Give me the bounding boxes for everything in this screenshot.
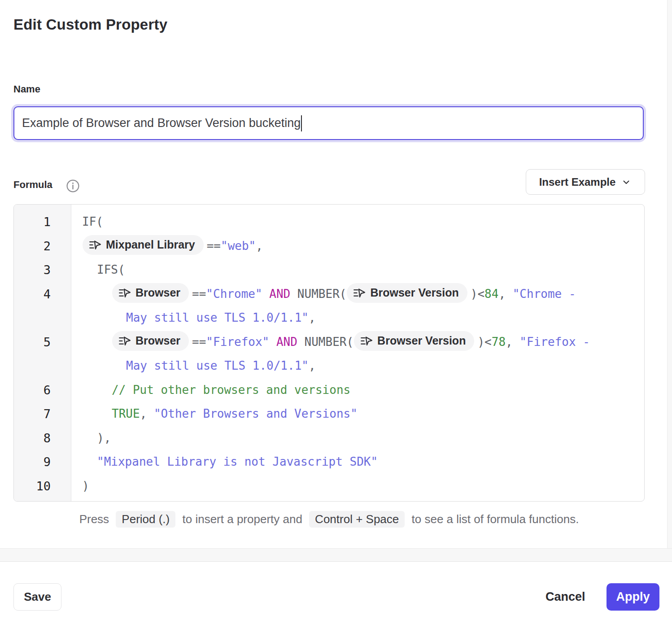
code-token: 78 [492, 335, 506, 349]
code-token [269, 335, 276, 349]
code-token: IFS( [97, 263, 125, 276]
insert-example-button[interactable]: Insert Example [526, 169, 645, 195]
code-token: , [309, 359, 316, 372]
name-input-value: Example of Browser and Browser Version b… [22, 116, 301, 130]
property-chip[interactable]: Mixpanel Library [83, 235, 204, 255]
formula-hint: Press Period (.) to insert a property an… [13, 511, 645, 528]
property-chip-label: Browser [135, 329, 180, 353]
line-content[interactable]: "Mixpanel Library is not Javascript SDK" [71, 450, 644, 474]
formula-editor[interactable]: 1IF(2Mixpanel Library=="web",3IFS(4Brows… [13, 204, 645, 502]
line-content[interactable]: Browser=="Chrome" AND NUMBER(Browser Ver… [71, 282, 644, 330]
code-token: , [309, 311, 316, 324]
line-number: 2 [14, 234, 71, 258]
vertical-scrollbar-track[interactable] [667, 0, 672, 562]
property-chip[interactable]: Browser [112, 331, 189, 351]
line-content[interactable]: TRUE, "Other Browsers and Versions" [71, 402, 644, 426]
code-token: // Put other browsers and versions [112, 383, 350, 397]
code-token: IF( [82, 215, 103, 228]
code-token: "Mixpanel Library is not Javascript SDK" [97, 455, 378, 468]
event-property-icon [118, 335, 131, 347]
line-content[interactable]: ), [71, 426, 644, 450]
line-number: 8 [14, 426, 71, 450]
formula-line: 10) [14, 474, 644, 498]
code-token: "Other Browsers and Versions" [154, 407, 358, 420]
event-property-icon [360, 335, 372, 347]
keyboard-shortcut-period: Period (.) [116, 511, 175, 528]
event-property-icon [118, 287, 131, 299]
formula-line: 4Browser=="Chrome" AND NUMBER(Browser Ve… [14, 282, 644, 330]
line-number: 3 [14, 258, 71, 282]
name-input[interactable]: Example of Browser and Browser Version b… [13, 106, 644, 140]
code-token: , [256, 239, 263, 253]
line-number: 6 [14, 378, 71, 402]
code-token: , [498, 287, 512, 301]
line-number: 4 [14, 282, 71, 306]
apply-button[interactable]: Apply [607, 583, 659, 611]
formula-line: 8), [14, 426, 644, 450]
code-token: == [192, 335, 206, 349]
code-token: NUMBER( [297, 335, 353, 349]
line-content[interactable]: // Put other browsers and versions [71, 378, 644, 402]
hint-text: to see a list of formula functions. [412, 512, 579, 526]
code-token: == [207, 239, 221, 253]
keyboard-shortcut-ctrl-space: Control + Space [309, 511, 405, 528]
code-token: TRUE [112, 407, 140, 420]
formula-line: 7TRUE, "Other Browsers and Versions" [14, 402, 644, 426]
info-icon[interactable] [66, 179, 80, 193]
formula-label: Formula [13, 179, 52, 191]
code-token: 84 [484, 287, 498, 301]
formula-line: 2Mixpanel Library=="web", [14, 234, 644, 258]
line-number: 7 [14, 402, 71, 426]
event-property-icon [353, 287, 365, 299]
code-token: , [140, 407, 154, 420]
property-chip-label: Browser Version [377, 329, 466, 353]
formula-line: 3IFS( [14, 258, 644, 282]
code-token: May still use TLS 1.0/1.1" [126, 311, 309, 324]
save-button[interactable]: Save [13, 583, 61, 611]
formula-line: 6// Put other browsers and versions [14, 378, 644, 402]
chevron-down-icon [621, 177, 632, 188]
code-token: ) [82, 479, 89, 493]
code-token: AND [276, 335, 297, 349]
line-content[interactable]: IFS( [71, 258, 644, 282]
property-chip-label: Browser Version [370, 281, 458, 305]
line-content[interactable]: Browser=="Firefox" AND NUMBER(Browser Ve… [71, 330, 644, 378]
name-label: Name [13, 83, 40, 95]
code-token: May still use TLS 1.0/1.1" [126, 359, 309, 372]
code-token: "Chrome" [206, 287, 262, 301]
formula-line: 9"Mixpanel Library is not Javascript SDK… [14, 450, 644, 474]
line-number: 10 [14, 474, 71, 498]
code-token: , [506, 335, 519, 349]
property-chip-label: Browser [135, 281, 180, 305]
insert-example-label: Insert Example [539, 176, 616, 188]
line-number: 9 [14, 450, 71, 474]
property-chip[interactable]: Browser Version [347, 283, 467, 303]
horizontal-scrollbar-track[interactable] [0, 548, 672, 562]
code-token: ), [97, 431, 111, 445]
line-number: 5 [14, 330, 71, 354]
code-token: "web" [221, 239, 256, 253]
line-number: 1 [14, 210, 71, 234]
line-content[interactable]: ) [71, 474, 644, 498]
code-token: NUMBER( [290, 287, 346, 301]
hint-text: to insert a property and [182, 512, 302, 526]
property-chip[interactable]: Browser Version [354, 331, 474, 351]
formula-line: 1IF( [14, 210, 644, 234]
line-content[interactable]: IF( [71, 210, 644, 234]
event-property-icon [89, 239, 101, 251]
dialog-title: Edit Custom Property [13, 16, 167, 33]
code-token: AND [269, 287, 290, 301]
code-token: "Chrome - [513, 287, 576, 301]
code-lines: 1IF(2Mixpanel Library=="web",3IFS(4Brows… [14, 210, 644, 498]
code-token: == [192, 287, 206, 301]
cancel-button[interactable]: Cancel [538, 583, 593, 611]
line-content[interactable]: Mixpanel Library=="web", [71, 234, 644, 258]
code-token [262, 287, 270, 301]
formula-line: 5Browser=="Firefox" AND NUMBER(Browser V… [14, 330, 644, 378]
text-cursor [301, 115, 302, 131]
property-chip[interactable]: Browser [112, 283, 189, 303]
code-token: )< [477, 335, 491, 349]
property-chip-label: Mixpanel Library [106, 233, 195, 257]
code-token: "Firefox" [206, 335, 269, 349]
hint-text: Press [79, 512, 109, 526]
